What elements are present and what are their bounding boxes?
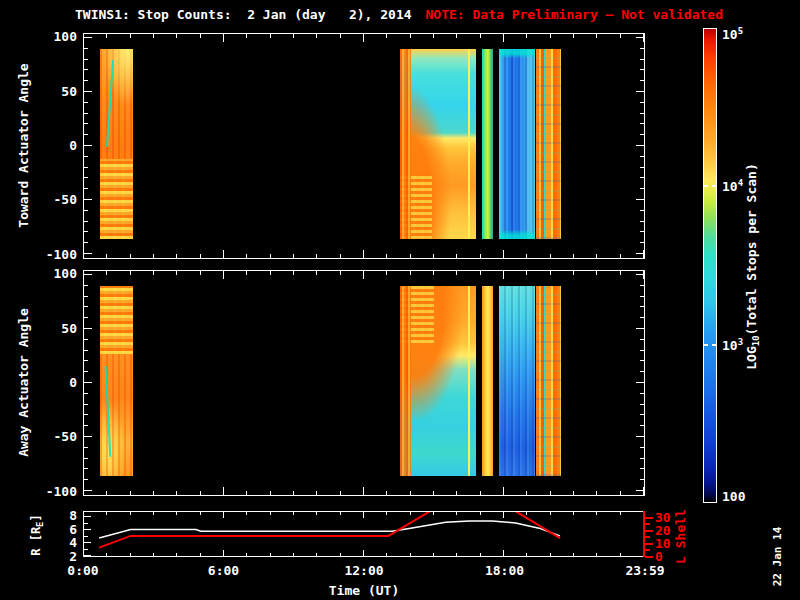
y-tick (640, 242, 644, 243)
y-tick (640, 48, 644, 49)
x-tick (130, 271, 131, 275)
y-tick (640, 210, 644, 211)
x-tick (596, 34, 597, 38)
x-tick (246, 491, 247, 495)
colorbar-tick (704, 185, 708, 187)
y-tick (84, 296, 88, 297)
x-tick (480, 254, 481, 258)
y-tick (640, 339, 644, 340)
x-tick (130, 254, 131, 258)
colorbar-tick-base: 10 (722, 338, 738, 353)
y-tick-label: 50 (37, 84, 77, 99)
x-tick (223, 34, 224, 42)
x-tick (200, 271, 201, 275)
colorbar-tick-label: 100 (722, 489, 766, 504)
x-tick (176, 491, 177, 495)
y-tick (84, 360, 88, 361)
y-tick (640, 167, 644, 168)
y-tick (640, 458, 644, 459)
y-tick-label: 50 (37, 321, 77, 336)
x-tick (386, 254, 387, 258)
x-tick (620, 491, 621, 495)
x-tick (620, 34, 621, 38)
y-axis-label-away: Away Actuator Angle (16, 268, 31, 498)
x-tick (503, 250, 504, 258)
ephemeris-panel (83, 511, 645, 557)
x-tick (386, 271, 387, 275)
y-tick (640, 468, 644, 469)
y-tick (636, 436, 644, 437)
y-tick (640, 447, 644, 448)
y-tick-label: 100 (37, 266, 77, 281)
y-tick (84, 210, 88, 211)
x-tick (526, 491, 527, 495)
y-tick (84, 306, 88, 307)
x-tick (410, 254, 411, 258)
x-tick (526, 34, 527, 38)
y-tick (636, 253, 644, 254)
x-tick (200, 491, 201, 495)
date-stamp: 22 Jan 14 (771, 496, 784, 600)
x-tick (316, 34, 317, 38)
x-tick (316, 491, 317, 495)
y-tick (84, 490, 92, 491)
y-tick (84, 339, 88, 340)
x-tick (503, 487, 504, 495)
colorbar-tick-base: 10 (722, 179, 738, 194)
x-tick (293, 254, 294, 258)
y-tick (84, 188, 88, 189)
y-tick (84, 91, 92, 92)
y-tick (640, 113, 644, 114)
x-tick (153, 271, 154, 275)
x-tick (643, 487, 644, 495)
x-tick (153, 254, 154, 258)
y-tick (640, 404, 644, 405)
x-tick (223, 250, 224, 258)
x-tick (200, 34, 201, 38)
x-tick (130, 34, 131, 38)
y-tick (84, 199, 92, 200)
y-tick (84, 371, 88, 372)
plot-title-note: NOTE: Data Preliminary – Not validated (426, 7, 723, 22)
x-tick (573, 254, 574, 258)
plot-title: TWINS1: Stop Counts: 2 Jan (day 2), 2014… (75, 7, 723, 22)
y-tick (84, 177, 88, 178)
x-tick-label: 18:00 (475, 563, 535, 578)
y-tick (84, 404, 88, 405)
y-tick (84, 113, 88, 114)
y-tick (84, 382, 92, 383)
y-tick-label: -50 (37, 192, 77, 207)
y-tick (84, 414, 88, 415)
x-tick (293, 271, 294, 275)
x-tick (130, 491, 131, 495)
heatmap-block (100, 49, 133, 239)
y-tick (84, 167, 88, 168)
x-tick (106, 491, 107, 495)
y-tick (640, 69, 644, 70)
x-tick (246, 271, 247, 275)
x-tick-label: 23:59 (615, 563, 675, 578)
x-tick (363, 250, 364, 258)
x-tick (270, 271, 271, 275)
x-tick (526, 254, 527, 258)
x-tick (596, 254, 597, 258)
heatmap-block (400, 49, 477, 239)
x-tick (410, 34, 411, 38)
y-tick (636, 328, 644, 329)
l-shell-tick (645, 536, 650, 538)
y-tick (84, 274, 92, 275)
y-tick (84, 134, 88, 135)
x-tick (456, 271, 457, 275)
colorbar-tick (712, 344, 716, 346)
x-tick (550, 491, 551, 495)
x-tick (526, 271, 527, 275)
y-tick (640, 425, 644, 426)
y-tick (640, 80, 644, 81)
y-tick-label: 0 (37, 375, 77, 390)
y-tick (640, 317, 644, 318)
y-tick (636, 490, 644, 491)
colorbar-tick (712, 185, 716, 187)
spectrogram-panel-toward (83, 33, 645, 259)
x-tick (363, 487, 364, 495)
x-tick (503, 271, 504, 279)
